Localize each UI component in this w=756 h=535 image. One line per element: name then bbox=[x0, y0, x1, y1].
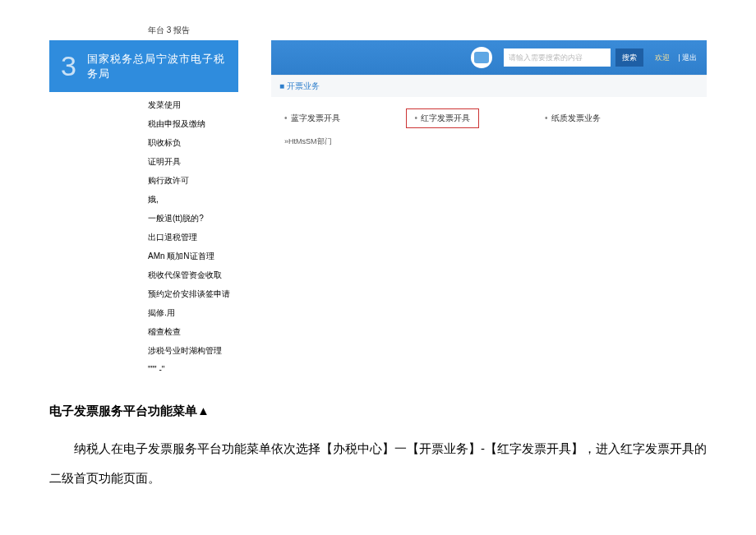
sidebar-item[interactable]: 稽查检查 bbox=[148, 324, 238, 339]
left-panel: 3 国家税务总局宁波市电子税务局 发菜使用 税由申报及缴纳 职收标负 证明开具 … bbox=[49, 40, 238, 380]
sidebar-item[interactable]: 娥, bbox=[148, 191, 238, 207]
option-paper-invoice[interactable]: 纸质发票业务 bbox=[545, 113, 601, 124]
search-input[interactable]: 请输入需要搜索的内容 bbox=[504, 48, 611, 67]
sub-note: »HtMsSM部门 bbox=[271, 133, 707, 150]
top-bar: 请输入需要搜索的内容 搜索 欢迎 | 退出 bbox=[271, 40, 707, 75]
sidebar-item[interactable]: 购行政许可 bbox=[148, 173, 238, 188]
sidebar-item[interactable]: 出口退税管理 bbox=[148, 229, 238, 245]
search-button[interactable]: 搜索 bbox=[615, 48, 643, 67]
right-panel: 请输入需要搜索的内容 搜索 欢迎 | 退出 ■ 开票业务 蓝字发票开具 红字发票… bbox=[271, 40, 707, 380]
app-header: 3 国家税务总局宁波市电子税务局 bbox=[49, 40, 238, 92]
sidebar-item[interactable]: 一般退(tt)脱的? bbox=[148, 210, 238, 226]
section-header: ■ 开票业务 bbox=[271, 75, 707, 97]
header-title: 国家税务总局宁波市电子税务局 bbox=[87, 52, 230, 81]
option-row: 蓝字发票开具 红字发票开具 纸质发票业务 bbox=[271, 97, 707, 133]
sidebar-item[interactable]: 揭修.用 bbox=[148, 305, 238, 321]
sidebar-item[interactable]: 证明开具 bbox=[148, 154, 238, 169]
robot-icon[interactable] bbox=[471, 47, 492, 68]
sidebar-item[interactable]: 预约定价安排谈签申请 bbox=[148, 286, 238, 302]
app-screenshot: 3 国家税务总局宁波市电子税务局 发菜使用 税由申报及缴纳 职收标负 证明开具 … bbox=[49, 40, 707, 380]
sidebar-item[interactable]: AMn 顺加N证首理 bbox=[148, 248, 238, 264]
figure-caption: 电子发票服务平台功能菜单▲ bbox=[49, 404, 707, 419]
option-red-invoice[interactable]: 红字发票开具 bbox=[406, 108, 480, 128]
welcome-link[interactable]: 欢迎 bbox=[655, 53, 670, 63]
sidebar-item[interactable]: 涉税号业时湖构管理 bbox=[148, 343, 238, 358]
option-blue-invoice[interactable]: 蓝字发票开具 bbox=[284, 113, 340, 124]
header-number: 3 bbox=[61, 50, 77, 82]
sidebar-item[interactable]: 税由申报及缴纳 bbox=[148, 116, 238, 131]
sidebar-item[interactable]: 发菜使用 bbox=[148, 97, 238, 113]
report-label: 年台 3 报告 bbox=[148, 25, 707, 36]
sidebar-menu: 发菜使用 税由申报及缴纳 职收标负 证明开具 购行政许可 娥, 一般退(tt)脱… bbox=[49, 92, 238, 377]
sidebar-item[interactable]: """ -" bbox=[148, 362, 238, 377]
logout-link[interactable]: | 退出 bbox=[678, 53, 697, 63]
sidebar-item[interactable]: 税收代保管资金收取 bbox=[148, 267, 238, 283]
body-paragraph: 纳税人在电子发票服务平台功能菜单依次选择【办税中心】一【开票业务】-【红字发票开… bbox=[49, 434, 707, 493]
sidebar-item[interactable]: 职收标负 bbox=[148, 135, 238, 150]
